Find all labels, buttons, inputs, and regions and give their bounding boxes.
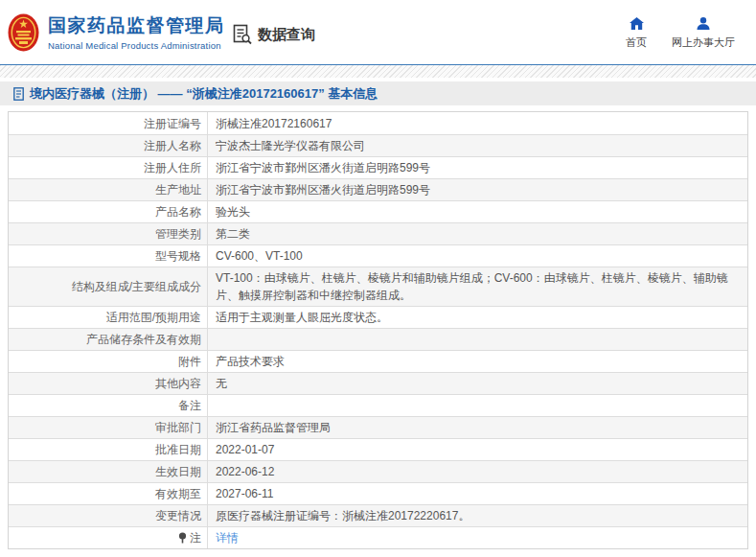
row-label-text: 注册证编号	[144, 116, 201, 131]
row-value: 无	[207, 373, 747, 394]
nav-item-home[interactable]: 首页	[626, 17, 647, 50]
row-value-text: 2022-06-12	[216, 463, 274, 480]
org-name-cn: 国家药品监督管理局	[48, 15, 225, 36]
row-label-text: 其他内容	[155, 376, 201, 391]
row-value-text: 无	[216, 375, 227, 392]
table-row: 其他内容 无	[9, 372, 747, 394]
row-value: 浙江省宁波市鄞州区潘火街道启明路599号	[207, 179, 747, 200]
table-row: 适用范围/预期用途 适用于主观测量人眼屈光度状态。	[9, 306, 747, 328]
table-row: 注册人住所 浙江省宁波市鄞州区潘火街道启明路599号	[9, 156, 747, 178]
nav-service-hall-label: 网上办事大厅	[672, 35, 735, 50]
row-value: 产品技术要求	[207, 351, 747, 372]
row-label: 产品名称	[9, 201, 207, 222]
row-label-text: 注册人住所	[144, 160, 201, 175]
row-label: 管理类别	[9, 223, 207, 244]
table-row: 生产地址 浙江省宁波市鄞州区潘火街道启明路599号	[9, 178, 747, 200]
row-label-text: 产品名称	[155, 204, 201, 220]
table-row: 结构及组成/主要组成成分 VT-100：由球镜片、柱镜片、棱镜片和辅助镜片组成；…	[9, 267, 747, 306]
table-row: 注 详情	[9, 526, 747, 548]
brand-text: 国家药品监督管理局 National Medical Products Admi…	[48, 13, 225, 51]
row-value: 第二类	[207, 223, 747, 244]
row-label-text: 产品储存条件及有效期	[86, 332, 201, 347]
row-label: 变更情况	[9, 505, 207, 526]
row-value-text: 浙械注准20172160617	[216, 115, 332, 132]
row-label-text: 生效日期	[155, 464, 201, 479]
row-value: CV-600、VT-100	[207, 245, 747, 267]
row-value: 详情	[207, 527, 747, 548]
row-label-text: 有效期至	[155, 486, 201, 501]
row-value-text: 2027-06-11	[216, 485, 274, 502]
row-value-text: 适用于主观测量人眼屈光度状态。	[216, 309, 388, 326]
row-label: 其他内容	[9, 373, 207, 394]
row-value: 2022-01-07	[207, 439, 747, 460]
row-value-text: VT-100：由球镜片、柱镜片、棱镜片和辅助镜片组成；CV-600：由球镜片、柱…	[216, 269, 738, 304]
row-value-text: CV-600、VT-100	[216, 247, 303, 265]
row-label: 结构及组成/主要组成成分	[9, 267, 207, 306]
table-row: 附件 产品技术要求	[9, 350, 747, 372]
details-link[interactable]: 详情	[216, 531, 239, 545]
table-row: 有效期至 2027-06-11	[9, 482, 747, 504]
registration-info-table: 注册证编号 浙械注准20172160617 注册人名称 宁波杰士隆光学仪器有限公…	[8, 111, 748, 549]
table-row: 产品储存条件及有效期	[9, 328, 747, 350]
row-label-text: 审批部门	[155, 420, 201, 435]
row-label: 审批部门	[9, 417, 207, 438]
row-label: 批准日期	[9, 439, 207, 460]
table-row: 注册人名称 宁波杰士隆光学仪器有限公司	[9, 134, 747, 156]
row-label: 生产地址	[9, 179, 207, 200]
row-value-text: 浙江省宁波市鄞州区潘火街道启明路599号	[216, 181, 430, 198]
row-value: 验光头	[207, 201, 747, 222]
document-icon	[13, 87, 24, 101]
user-icon	[697, 17, 710, 30]
nav-item-service-hall[interactable]: 网上办事大厅	[672, 17, 735, 50]
row-value-text: 产品技术要求	[216, 353, 285, 370]
row-label-text: 适用范围/预期用途	[106, 310, 201, 325]
row-label-text: 附件	[178, 354, 201, 369]
striped-band	[0, 65, 756, 78]
row-label: 附件	[9, 351, 207, 372]
row-label-text: 批准日期	[155, 442, 201, 457]
row-value-text: 详情	[216, 529, 239, 546]
row-value-text: 浙江省药品监督管理局	[216, 419, 331, 436]
row-label-text: 生产地址	[155, 182, 201, 197]
table-row: 管理类别 第二类	[9, 222, 747, 244]
row-value-text: 验光头	[216, 203, 250, 220]
row-label-text: 结构及组成/主要组成成分	[72, 279, 201, 294]
home-icon	[630, 17, 644, 30]
row-value-text: 2022-01-07	[216, 441, 274, 458]
data-query-tab[interactable]: 数据查询	[233, 24, 315, 45]
pin-icon	[178, 532, 187, 544]
row-label: 型号规格	[9, 245, 207, 267]
row-value: 适用于主观测量人眼屈光度状态。	[207, 307, 747, 328]
row-value: 宁波杰士隆光学仪器有限公司	[207, 135, 747, 156]
table-row: 产品名称 验光头	[9, 200, 747, 222]
row-value: 浙江省药品监督管理局	[207, 417, 747, 438]
top-nav: 首页 网上办事大厅	[626, 17, 735, 50]
row-label: 适用范围/预期用途	[9, 307, 207, 328]
row-value: 浙械注准20172160617	[207, 112, 747, 134]
row-label: 注册人名称	[9, 135, 207, 156]
national-emblem-logo	[8, 13, 39, 52]
data-query-label: 数据查询	[258, 26, 315, 44]
breadcrumb: 境内医疗器械（注册） —— “浙械注准20172160617” 基本信息	[0, 81, 756, 105]
site-header: 国家药品监督管理局 National Medical Products Admi…	[0, 0, 756, 65]
row-value: 2027-06-11	[207, 483, 747, 504]
brand-home-link[interactable]: 国家药品监督管理局 National Medical Products Admi…	[8, 13, 225, 52]
nav-home-label: 首页	[626, 35, 647, 50]
row-label-text: 备注	[178, 398, 201, 413]
row-value: 原医疗器械注册证编号：浙械注准20172220617。	[207, 505, 747, 526]
row-label: 注	[9, 527, 207, 548]
row-value	[207, 329, 747, 350]
row-value: 2022-06-12	[207, 461, 747, 482]
row-value-text: 第二类	[216, 225, 250, 243]
table-row: 生效日期 2022-06-12	[9, 460, 747, 482]
page-title: 境内医疗器械（注册） —— “浙械注准20172160617” 基本信息	[30, 85, 378, 103]
row-value: VT-100：由球镜片、柱镜片、棱镜片和辅助镜片组成；CV-600：由球镜片、柱…	[207, 267, 747, 306]
table-row: 变更情况 原医疗器械注册证编号：浙械注准20172220617。	[9, 504, 747, 526]
table-row: 型号规格 CV-600、VT-100	[9, 244, 747, 267]
row-label-text: 变更情况	[155, 508, 201, 523]
table-row: 注册证编号 浙械注准20172160617	[9, 112, 747, 134]
data-query-icon	[233, 24, 253, 45]
row-label: 生效日期	[9, 461, 207, 482]
row-label-text: 管理类别	[155, 226, 201, 242]
row-label-text: 注	[190, 530, 201, 545]
